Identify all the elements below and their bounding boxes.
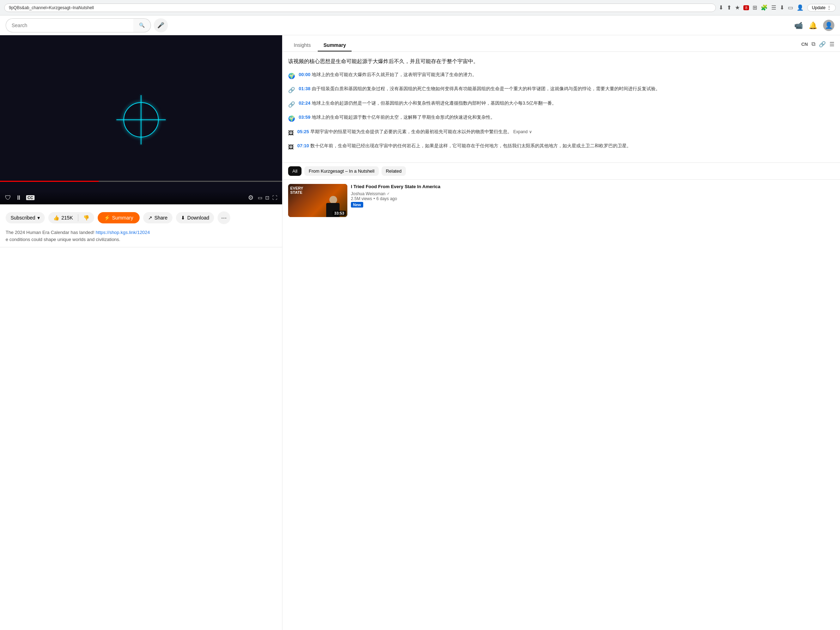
search-icon: 🔍 xyxy=(139,22,145,28)
share-button[interactable]: ↗ Share xyxy=(143,212,172,224)
related-title: I Tried Food From Every State In America xyxy=(351,184,834,190)
panel-menu-button[interactable]: ☰ xyxy=(829,41,834,47)
list-item[interactable]: EVERYSTATE 33:53 I Tried Food From Every… xyxy=(288,184,834,217)
mic-button[interactable]: 🎤 xyxy=(154,18,168,32)
video-meta: Subscribed ▾ 👍 215K 👎 ⚡ Summary xyxy=(0,204,282,247)
download2-icon[interactable]: ⬇ xyxy=(780,4,784,11)
settings-ctrl-icon[interactable]: ⚙ xyxy=(248,194,254,202)
timestamp-link[interactable]: 00:00 xyxy=(299,72,310,77)
cc-label[interactable]: CC xyxy=(26,195,35,200)
video-description: The 2024 Human Era Calendar has landed! … xyxy=(6,229,276,243)
like-count: 215K xyxy=(62,215,73,220)
channel-name: Joshua Weissman xyxy=(351,191,385,196)
timestamp-link[interactable]: 02:24 xyxy=(299,101,310,106)
share-browser-icon[interactable]: ⬆ xyxy=(727,4,731,11)
header-right: 📹 🔔 👤 xyxy=(794,20,834,31)
timestamp-link[interactable]: 03:59 xyxy=(299,115,310,120)
summary-content: 该视频的核心思想是生命可能起源于大爆炸后不久，并且可能存在于整个宇宙中。 🌍 0… xyxy=(283,52,840,162)
image2-icon: 🖼 xyxy=(288,143,294,152)
link3-icon: 🔗 xyxy=(288,100,295,109)
timestamp-link[interactable]: 01:38 xyxy=(299,86,310,91)
summary-button[interactable]: ⚡ Summary xyxy=(98,212,140,224)
summary-item: 🌍 00:00 地球上的生命可能在大爆炸后不久就开始了，这表明宇宙可能充满了生命… xyxy=(288,71,834,81)
summary-item: 🔗 02:24 地球上生命的起源仍然是一个谜，但基因组的大小和复杂性表明进化遵循… xyxy=(288,100,834,109)
thumbnail-wrap: EVERYSTATE 33:53 xyxy=(288,184,347,217)
timestamp-link[interactable]: 05:25 xyxy=(297,129,309,134)
dislike-button[interactable]: 👎 xyxy=(78,212,94,224)
summary-item: 🖼 07:10 数十亿年前，生命可能已经出现在宇宙中的任何岩石上，如果是这样，它… xyxy=(288,142,834,152)
chevron-down-icon: ▾ xyxy=(37,215,40,220)
summary-text: 数十亿年前，生命可能已经出现在宇宙中的任何岩石上，如果是这样，它可能存在于任何地… xyxy=(310,143,631,148)
link-button[interactable]: 🔗 xyxy=(819,41,826,47)
profile-icon[interactable]: 👤 xyxy=(797,4,804,11)
video-actions: Subscribed ▾ 👍 215K 👎 ⚡ Summary xyxy=(6,209,276,227)
expand-link[interactable]: Expand ∨ xyxy=(513,129,532,134)
tab-insights[interactable]: Insights xyxy=(288,39,316,52)
dislike-icon: 👎 xyxy=(83,215,89,220)
avatar[interactable]: 👤 xyxy=(823,20,834,31)
tab-icons: CN ⧉ 🔗 ☰ xyxy=(801,41,834,50)
duration-badge: 33:53 xyxy=(333,211,346,216)
window-icon[interactable]: ▭ xyxy=(788,4,793,11)
timestamp-link[interactable]: 07:10 xyxy=(297,143,309,148)
filter-channel[interactable]: From Kurzgesagt – In a Nutshell xyxy=(304,166,378,176)
image-icon: 🖼 xyxy=(288,129,294,138)
video-player[interactable]: 🛡 ⏸ CC ⚙ ▭ ⊡ ⛶ xyxy=(0,35,282,204)
crosshair-v xyxy=(141,95,141,145)
globe-icon: 🌍 xyxy=(288,71,295,81)
menu-browser-icon[interactable]: ☰ xyxy=(771,4,776,11)
copy-button[interactable]: ⧉ xyxy=(812,41,815,47)
download-button[interactable]: ⬇ Download xyxy=(176,212,214,224)
filter-all[interactable]: All xyxy=(288,166,302,176)
download-icon: ⬇ xyxy=(181,215,185,220)
main-layout: 🛡 ⏸ CC ⚙ ▭ ⊡ ⛶ Subscribed ▾ xyxy=(0,35,840,630)
summary-tabs: Insights Summary CN ⧉ 🔗 ☰ xyxy=(283,35,840,52)
like-icon: 👍 xyxy=(53,215,59,220)
download-icon[interactable]: ⬇ xyxy=(719,4,723,11)
bookmark-icon[interactable]: ★ xyxy=(735,4,740,11)
summary-text: 地球上的生命可能起源于数十亿年前的太空，这解释了早期生命形式的快速进化和复杂性。 xyxy=(312,115,495,120)
fullscreen-icon[interactable]: ⛶ xyxy=(272,195,277,200)
shield-ctrl-icon[interactable]: 🛡 xyxy=(5,194,11,202)
video-progress-bar[interactable] xyxy=(0,181,282,182)
description-link[interactable]: https://shop.kgs.link/12024 xyxy=(96,230,150,235)
like-group: 👍 215K 👎 xyxy=(48,212,94,224)
thumb-text: EVERYSTATE xyxy=(290,186,303,194)
search-wrap: 🔍 🎤 xyxy=(6,18,168,32)
yt-header: 🔍 🎤 📹 🔔 👤 xyxy=(0,16,840,35)
summary-item: 🖼 05:25 早期宇宙中的恒星可能为生命提供了必要的元素，生命的最初祖先可能在… xyxy=(288,128,834,138)
new-badge: New xyxy=(351,202,363,208)
fullscreen-group: ▭ ⊡ ⛶ xyxy=(258,195,277,200)
puzzle-icon[interactable]: 🧩 xyxy=(761,4,768,11)
play-pause-icon[interactable]: ⏸ xyxy=(16,194,22,202)
view-count: 2.5M views xyxy=(351,196,372,201)
summary-text: 地球上的生命可能在大爆炸后不久就开始了，这表明宇宙可能充满了生命的潜力。 xyxy=(312,72,477,77)
related-section: EVERYSTATE 33:53 I Tried Food From Every… xyxy=(283,180,840,630)
subscribed-button[interactable]: Subscribed ▾ xyxy=(6,212,45,224)
like-button[interactable]: 👍 215K xyxy=(48,212,78,224)
related-info: I Tried Food From Every State In America… xyxy=(351,184,834,217)
update-button[interactable]: Update ⋮ xyxy=(807,4,836,12)
grid-icon[interactable]: ⊞ xyxy=(753,4,757,11)
browser-icons: ⬇ ⬆ ★ 8 ⊞ 🧩 ☰ ⬇ ▭ 👤 Update ⋮ xyxy=(719,4,836,12)
tab-summary[interactable]: Summary xyxy=(318,39,352,52)
bell-icon[interactable]: 🔔 xyxy=(808,21,818,30)
related-views: 2.5M views • 6 days ago xyxy=(351,196,834,201)
search-button[interactable]: 🔍 xyxy=(133,18,151,32)
add-video-button[interactable]: 📹 xyxy=(794,21,803,30)
filter-related[interactable]: Related xyxy=(382,166,406,176)
video-controls: 🛡 ⏸ CC ⚙ ▭ ⊡ ⛶ xyxy=(0,191,282,204)
summary-intro: 该视频的核心思想是生命可能起源于大爆炸后不久，并且可能存在于整个宇宙中。 xyxy=(288,57,834,66)
link2-icon: 🔗 xyxy=(288,86,295,95)
theater-icon[interactable]: ⊡ xyxy=(265,195,269,200)
search-input[interactable] xyxy=(6,18,133,32)
miniplayer-icon[interactable]: ▭ xyxy=(258,195,262,200)
lang-badge: CN xyxy=(801,42,808,47)
summary-text: 地球上生命的起源仍然是一个谜，但基因组的大小和复杂性表明进化遵循指数内部时钟，基… xyxy=(312,101,556,106)
url-bar[interactable]: 9pQBs&ab_channel=Kurzgesagt–InaNutshell xyxy=(4,3,716,12)
upload-age: 6 days ago xyxy=(376,196,397,201)
separator: • xyxy=(373,196,375,201)
extension-red-icon[interactable]: 8 xyxy=(744,5,749,10)
more-button[interactable]: ⋯ xyxy=(218,211,230,224)
browser-bar: 9pQBs&ab_channel=Kurzgesagt–InaNutshell … xyxy=(0,0,840,16)
